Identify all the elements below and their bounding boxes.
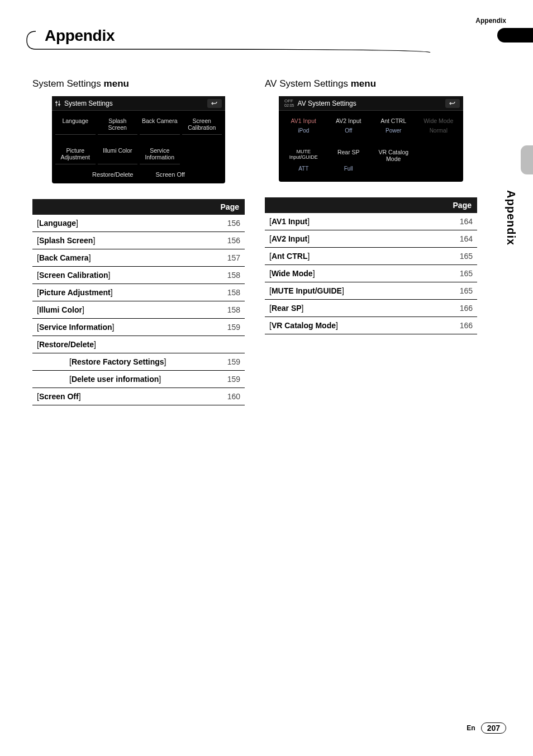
th-page: Page (438, 197, 477, 213)
left-heading-light: System Settings (32, 78, 104, 89)
page-title: Appendix (45, 27, 115, 45)
row-page: 159 (206, 353, 245, 371)
row-page: 166 (438, 317, 477, 334)
header-black-tab (497, 28, 533, 42)
row-page: 159 (206, 319, 245, 336)
cell: Ant CTRL (372, 114, 415, 127)
panel-title: AV System Settings (294, 100, 445, 107)
right-heading-light: AV System Settings (265, 78, 351, 89)
row-label: [Delete user information] (32, 371, 206, 388)
cell: Illumi Color (98, 144, 138, 164)
cell: Back Camera (140, 114, 180, 135)
panel-row2: MUTE Input/GUIDE Rear SP VR Catalog Mode (279, 141, 463, 166)
cell: VR Catalog Mode (372, 145, 415, 166)
table-row: [Delete user information]159 (32, 371, 245, 388)
cell: Screen Calibration (182, 114, 222, 135)
table-row: [Wide Mode]165 (265, 265, 477, 282)
bottom-item: Screen Off (155, 171, 184, 178)
table-row: [AV2 Input]164 (265, 230, 477, 248)
svg-rect-3 (58, 104, 60, 105)
back-icon (207, 99, 222, 108)
row-label: [Illumi Color] (32, 301, 206, 319)
header-section-label: Appendix (475, 17, 506, 25)
table-row: [Screen Calibration]158 (32, 267, 245, 284)
table-row: [Ant CTRL]165 (265, 248, 477, 265)
right-column: AV System Settings menu OFF 02:05 AV Sys… (265, 78, 477, 334)
row-page: 156 (206, 232, 245, 249)
cell: Language (55, 114, 96, 135)
off-text: OFF (284, 98, 293, 103)
panel-row2: Picture Adjustment Illumi Color Service … (52, 138, 225, 168)
footer-lang: En (467, 724, 475, 732)
row-label: [Picture Adjustment] (32, 284, 206, 301)
row-page: 157 (206, 249, 245, 267)
left-table: Page [Language]156[Splash Screen]156[Bac… (32, 199, 245, 405)
panel-row1: AV1 Input AV2 Input Ant CTRL Wide Mode (279, 111, 463, 127)
cell-sub (417, 166, 460, 176)
row-label: [Language] (32, 215, 206, 232)
row-label: [Rear SP] (265, 300, 438, 317)
table-row: [MUTE Input/GUIDE]165 (265, 282, 477, 300)
row-label: [Restore/Delete] (32, 336, 206, 353)
row-label: [MUTE Input/GUIDE] (265, 282, 438, 300)
svg-rect-2 (55, 102, 58, 103)
cell-empty (417, 145, 460, 166)
row-page: 164 (438, 213, 477, 230)
svg-rect-0 (56, 101, 57, 106)
settings-icon (55, 100, 61, 107)
panel-bar: OFF 02:05 AV System Settings (279, 96, 463, 111)
cell: AV2 Input (327, 114, 370, 127)
cell-sub (372, 166, 415, 176)
row-page: 166 (438, 300, 477, 317)
table-row: [Restore/Delete] (32, 336, 245, 353)
cell-sub: Normal (417, 127, 460, 138)
panel-title: System Settings (61, 100, 207, 107)
row-page: 158 (206, 267, 245, 284)
cell-sub: iPod (282, 127, 325, 138)
th-blank (32, 199, 206, 215)
cell: Wide Mode (417, 114, 460, 127)
av-system-settings-screenshot: OFF 02:05 AV System Settings AV1 Input A… (279, 96, 463, 182)
panel-bar: System Settings (52, 96, 225, 111)
cell-empty (182, 144, 222, 164)
row-page: 160 (206, 388, 245, 405)
svg-rect-1 (59, 101, 60, 106)
bottom-item: Restore/Delete (92, 171, 133, 178)
page-title-wrap: Appendix (26, 27, 417, 49)
row-label: [VR Catalog Mode] (265, 317, 438, 334)
off-label: OFF 02:05 (282, 99, 294, 108)
cell: Splash Screen (98, 114, 138, 135)
cell-sub: Full (327, 166, 370, 176)
cell-sub: Power (372, 127, 415, 138)
row-label: [Restore Factory Settings] (32, 353, 206, 371)
back-icon (445, 99, 460, 108)
table-row: [Picture Adjustment]158 (32, 284, 245, 301)
th-blank (265, 197, 438, 213)
row-page: 158 (206, 284, 245, 301)
panel-bottom: Restore/Delete Screen Off (52, 168, 225, 183)
row-label: [Service Information] (32, 319, 206, 336)
table-row: [VR Catalog Mode]166 (265, 317, 477, 334)
row-page: 165 (438, 265, 477, 282)
panel-row1-sub: iPod Off Power Normal (279, 127, 463, 141)
cell-sub: Off (327, 127, 370, 138)
table-row: [Service Information]159 (32, 319, 245, 336)
table-row: [Rear SP]166 (265, 300, 477, 317)
row-page: 164 (438, 230, 477, 248)
right-heading-bold: menu (351, 78, 376, 89)
off-time: 02:05 (284, 103, 294, 107)
left-heading-bold: menu (104, 78, 129, 89)
row-page: 165 (438, 282, 477, 300)
row-label: [Splash Screen] (32, 232, 206, 249)
right-menu-heading: AV System Settings menu (265, 78, 477, 89)
cell: MUTE Input/GUIDE (282, 145, 325, 166)
row-page: 159 (206, 371, 245, 388)
table-row: [Screen Off]160 (32, 388, 245, 405)
page-number-badge: 207 (481, 722, 506, 734)
cell: AV1 Input (282, 114, 325, 127)
row-label: [AV1 Input] (265, 213, 438, 230)
table-row: [AV1 Input]164 (265, 213, 477, 230)
row-page: 158 (206, 301, 245, 319)
row-label: [AV2 Input] (265, 230, 438, 248)
footer: En 207 (467, 722, 506, 734)
